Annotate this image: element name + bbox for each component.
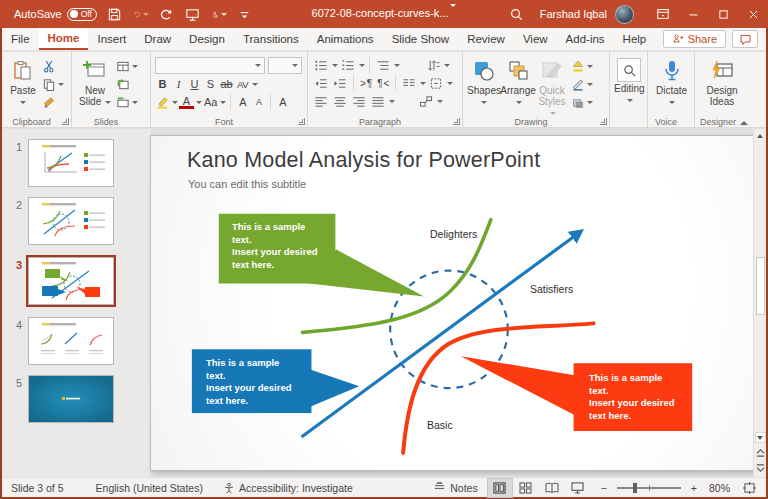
cut-button[interactable] [40,58,66,74]
thumbnail-slide-5[interactable]: 5 [2,375,150,423]
bullets-button[interactable] [312,57,330,73]
green-callout-text[interactable]: This is a sample text. Insert your desir… [232,221,334,271]
reading-view-button[interactable] [539,478,565,498]
quick-styles-button[interactable]: Quick Styles [535,55,569,118]
scrollbar-thumb[interactable] [756,257,765,315]
share-button[interactable]: Share [663,30,726,48]
grow-font-button[interactable]: A [235,94,250,110]
language-indicator[interactable]: English (United States) [87,482,212,494]
strikethrough-button[interactable]: ab [219,76,234,92]
shape-effects-button[interactable] [569,94,595,110]
notes-button[interactable]: Notes [424,482,486,494]
decrease-indent-button[interactable] [312,75,330,91]
search-icon[interactable] [502,0,532,28]
slide-4-preview[interactable] [28,317,114,365]
tab-insert[interactable]: Insert [88,28,135,50]
italic-button[interactable]: I [171,76,186,92]
next-slide-button[interactable] [755,462,766,475]
paragraph-marks-left-button[interactable]: ¶< [375,75,391,91]
autosave-switch[interactable]: Off [67,8,97,21]
tab-add-ins[interactable]: Add-ins [557,28,614,50]
font-size-combo[interactable] [268,57,302,74]
tab-transitions[interactable]: Transitions [234,28,308,50]
red-callout-text[interactable]: This is a sample text. Insert your desir… [589,372,691,422]
shape-fill-button[interactable] [569,58,595,74]
user-name[interactable]: Farshad Iqbal [540,8,607,20]
tab-animations[interactable]: Animations [308,28,383,50]
tab-view[interactable]: View [514,28,557,50]
section-button[interactable] [114,94,140,110]
copy-button[interactable] [40,76,66,92]
clipboard-dialog-launcher[interactable] [62,118,69,125]
align-right-button[interactable] [350,93,368,109]
shrink-font-button[interactable]: A [251,94,266,110]
align-center-button[interactable] [331,93,349,109]
paragraph-marks-right-button[interactable]: >¶ [358,75,374,91]
change-case-button[interactable]: Aa [203,94,218,110]
font-name-combo[interactable] [155,57,265,74]
start-from-beginning-icon[interactable] [185,6,201,22]
tab-draw[interactable]: Draw [135,28,180,50]
slide-1-preview[interactable] [28,139,114,187]
minimize-button[interactable] [678,0,708,28]
character-spacing-button[interactable]: AV [235,76,250,92]
slide-5-preview[interactable] [28,375,114,423]
thumbnail-slide-4[interactable]: 4 [2,317,150,365]
zoom-in-button[interactable]: + [687,482,703,494]
arrange-button[interactable]: Arrange [501,55,535,107]
thumbnail-slide-1[interactable]: 1 [2,139,150,187]
tab-help[interactable]: Help [614,28,656,50]
justify-button[interactable] [369,93,387,109]
vertical-scrollbar[interactable] [753,129,766,477]
undo-icon[interactable] [133,6,149,22]
document-title[interactable]: 6072-08-concept-curves-k... [312,7,449,19]
font-dialog-launcher[interactable] [298,118,305,125]
user-avatar[interactable] [615,5,634,24]
red-callout-tail[interactable] [461,356,575,415]
save-icon[interactable] [107,6,123,22]
clear-formatting-button[interactable]: A [275,94,290,110]
slide-layout-button[interactable] [114,58,140,74]
slide-canvas[interactable]: Kano Model Analysis for PowerPoint You c… [150,135,754,471]
bold-button[interactable]: B [155,76,170,92]
character-spacing-dropdown[interactable] [252,83,258,86]
redo-icon[interactable] [159,6,175,22]
previous-slide-button[interactable] [755,446,766,459]
highlight-color-button[interactable] [155,94,170,110]
maximize-button[interactable] [708,0,738,28]
satisfiers-label[interactable]: Satisfiers [530,283,573,295]
tab-review[interactable]: Review [458,28,514,50]
shape-outline-button[interactable] [569,76,595,92]
tab-file[interactable]: File [2,28,39,50]
columns-button[interactable] [400,75,418,91]
collapse-ribbon-icon[interactable] [740,121,748,125]
zoom-level[interactable]: 80% [703,482,736,494]
drawing-dialog-launcher[interactable] [600,118,607,125]
design-ideas-button[interactable]: Design Ideas [699,55,745,107]
autosave-toggle[interactable]: AutoSave Off [14,8,97,21]
scroll-down-icon[interactable] [755,432,766,443]
basic-label[interactable]: Basic [427,419,453,431]
slide-2-preview[interactable] [28,197,114,245]
slide-indicator[interactable]: Slide 3 of 5 [2,482,73,494]
tab-slide-show[interactable]: Slide Show [383,28,459,50]
new-slide-button[interactable]: New Slide [76,55,114,107]
ribbon-display-options-icon[interactable] [648,0,678,28]
close-button[interactable] [738,0,768,28]
slide-show-button[interactable] [565,478,591,498]
editing-button[interactable]: Editing [614,55,645,105]
accessibility-status[interactable]: Accessibility: Investigate [214,482,362,494]
delighters-label[interactable]: Delighters [430,228,477,240]
format-painter-button[interactable] [40,94,66,110]
underline-button[interactable]: U [187,76,202,92]
list-level-button[interactable] [374,57,392,73]
scroll-up-icon[interactable] [755,129,766,142]
text-shadow-button[interactable]: S [203,76,218,92]
numbering-button[interactable] [339,57,357,73]
reset-slide-button[interactable] [114,76,140,92]
thumbnail-slide-3-selected[interactable]: 3 [2,257,150,305]
customize-qat-icon[interactable] [237,6,253,22]
dictate-button[interactable]: Dictate [652,55,691,107]
blue-callout-text[interactable]: This is a sample text. Insert your desir… [206,357,308,407]
touch-mouse-mode-icon[interactable] [211,6,227,22]
